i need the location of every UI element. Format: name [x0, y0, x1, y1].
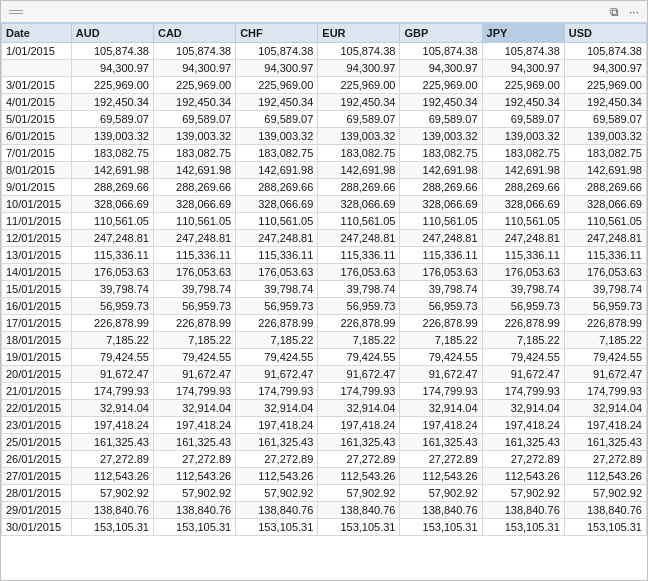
drag-handle[interactable] [7, 8, 25, 16]
table-cell: 183,082.75 [153, 145, 235, 162]
table-cell: 39,798.74 [236, 281, 318, 298]
table-cell: 17/01/2015 [2, 315, 72, 332]
table-cell: 110,561.05 [71, 213, 153, 230]
table-cell: 115,336.11 [564, 247, 646, 264]
table-cell: 19/01/2015 [2, 349, 72, 366]
table-row: 16/01/201556,959.7356,959.7356,959.7356,… [2, 298, 647, 315]
table-cell: 153,105.31 [71, 519, 153, 536]
table-cell: 1/01/2015 [2, 43, 72, 60]
table-cell: 176,053.63 [400, 264, 482, 281]
more-button[interactable]: ··· [627, 5, 641, 19]
table-cell: 138,840.76 [153, 502, 235, 519]
table-cell: 226,878.99 [71, 315, 153, 332]
table-cell: 69,589.07 [71, 111, 153, 128]
table-cell: 57,902.92 [153, 485, 235, 502]
table-row: 17/01/2015226,878.99226,878.99226,878.99… [2, 315, 647, 332]
table-cell: 94,300.97 [318, 60, 400, 77]
column-header-chf[interactable]: CHF [236, 24, 318, 43]
table-row: 10/01/2015328,066.69328,066.69328,066.69… [2, 196, 647, 213]
restore-button[interactable]: ⧉ [607, 5, 621, 19]
table-cell: 79,424.55 [153, 349, 235, 366]
table-cell: 79,424.55 [482, 349, 564, 366]
title-bar-controls: ⧉ ··· [607, 5, 641, 19]
table-cell: 142,691.98 [236, 162, 318, 179]
table-cell: 176,053.63 [318, 264, 400, 281]
table-row: 21/01/2015174,799.93174,799.93174,799.93… [2, 383, 647, 400]
table-cell: 7,185.22 [400, 332, 482, 349]
table-row: 25/01/2015161,325.43161,325.43161,325.43… [2, 434, 647, 451]
table-row: 14/01/2015176,053.63176,053.63176,053.63… [2, 264, 647, 281]
column-header-date[interactable]: Date [2, 24, 72, 43]
table-cell: 174,799.93 [400, 383, 482, 400]
table-row: 29/01/2015138,840.76138,840.76138,840.76… [2, 502, 647, 519]
table-cell: 110,561.05 [153, 213, 235, 230]
table-cell: 183,082.75 [400, 145, 482, 162]
table-cell: 91,672.47 [236, 366, 318, 383]
table-cell: 56,959.73 [236, 298, 318, 315]
table-cell: 25/01/2015 [2, 434, 72, 451]
table-cell: 174,799.93 [318, 383, 400, 400]
table-row: 7/01/2015183,082.75183,082.75183,082.751… [2, 145, 647, 162]
table-cell: 56,959.73 [153, 298, 235, 315]
table-cell: 94,300.97 [153, 60, 235, 77]
table-cell: 7/01/2015 [2, 145, 72, 162]
table-cell: 139,003.32 [71, 128, 153, 145]
table-cell: 226,878.99 [400, 315, 482, 332]
table-cell: 138,840.76 [236, 502, 318, 519]
table-cell: 105,874.38 [564, 43, 646, 60]
table-cell: 328,066.69 [564, 196, 646, 213]
main-window: ⧉ ··· DateAUDCADCHFEURGBPJPYUSD [0, 0, 648, 581]
column-header-jpy[interactable]: JPY [482, 24, 564, 43]
table-cell: 288,269.66 [318, 179, 400, 196]
table-cell: 110,561.05 [318, 213, 400, 230]
table-row: 15/01/201539,798.7439,798.7439,798.7439,… [2, 281, 647, 298]
table-cell: 69,589.07 [400, 111, 482, 128]
table-cell: 57,902.92 [318, 485, 400, 502]
table-cell: 115,336.11 [236, 247, 318, 264]
table-cell: 247,248.81 [71, 230, 153, 247]
table-cell: 79,424.55 [400, 349, 482, 366]
table-cell: 192,450.34 [482, 94, 564, 111]
table-cell: 138,840.76 [400, 502, 482, 519]
table-cell: 112,543.26 [482, 468, 564, 485]
table-cell: 39,798.74 [318, 281, 400, 298]
table-cell: 328,066.69 [71, 196, 153, 213]
table-cell: 105,874.38 [318, 43, 400, 60]
table-cell [2, 60, 72, 77]
table-cell: 20/01/2015 [2, 366, 72, 383]
table-scroll-area[interactable]: DateAUDCADCHFEURGBPJPYUSD 1/01/2015105,8… [1, 23, 647, 580]
table-cell: 142,691.98 [482, 162, 564, 179]
table-cell: 192,450.34 [318, 94, 400, 111]
table-cell: 39,798.74 [482, 281, 564, 298]
table-cell: 288,269.66 [400, 179, 482, 196]
table-cell: 69,589.07 [482, 111, 564, 128]
table-cell: 226,878.99 [318, 315, 400, 332]
table-row: 26/01/201527,272.8927,272.8927,272.8927,… [2, 451, 647, 468]
table-cell: 328,066.69 [482, 196, 564, 213]
table-cell: 115,336.11 [153, 247, 235, 264]
table-cell: 18/01/2015 [2, 332, 72, 349]
table-cell: 197,418.24 [482, 417, 564, 434]
table-row: 20/01/201591,672.4791,672.4791,672.4791,… [2, 366, 647, 383]
table-row: 27/01/2015112,543.26112,543.26112,543.26… [2, 468, 647, 485]
title-bar: ⧉ ··· [1, 1, 647, 23]
table-cell: 226,878.99 [236, 315, 318, 332]
table-cell: 192,450.34 [564, 94, 646, 111]
table-cell: 26/01/2015 [2, 451, 72, 468]
table-cell: 161,325.43 [400, 434, 482, 451]
table-cell: 27,272.89 [564, 451, 646, 468]
table-cell: 112,543.26 [564, 468, 646, 485]
table-cell: 105,874.38 [400, 43, 482, 60]
table-cell: 328,066.69 [400, 196, 482, 213]
table-cell: 115,336.11 [71, 247, 153, 264]
table-cell: 23/01/2015 [2, 417, 72, 434]
column-header-aud[interactable]: AUD [71, 24, 153, 43]
column-header-cad[interactable]: CAD [153, 24, 235, 43]
table-cell: 225,969.00 [482, 77, 564, 94]
column-header-gbp[interactable]: GBP [400, 24, 482, 43]
column-header-usd[interactable]: USD [564, 24, 646, 43]
column-header-eur[interactable]: EUR [318, 24, 400, 43]
table-cell: 197,418.24 [71, 417, 153, 434]
table-cell: 247,248.81 [564, 230, 646, 247]
table-cell: 139,003.32 [236, 128, 318, 145]
